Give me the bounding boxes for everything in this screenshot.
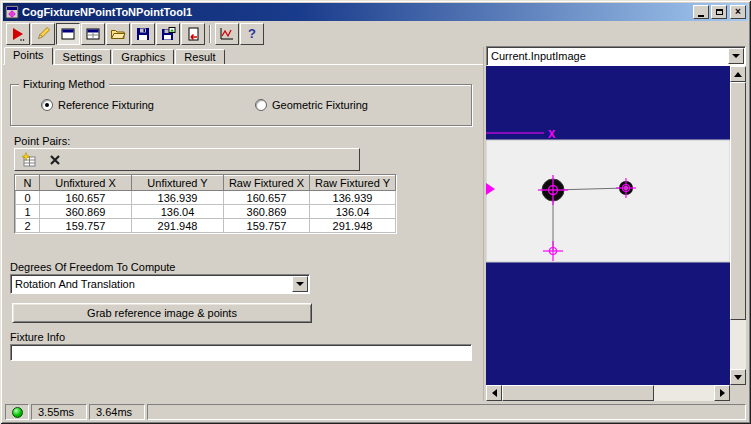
tab-graphics[interactable]: Graphics (112, 49, 174, 65)
arrow-down-icon (734, 375, 742, 380)
lightning-pencil-icon (35, 26, 51, 42)
add-row-icon (21, 152, 37, 168)
run-icon (10, 26, 26, 42)
grid-row[interactable]: 0 160.657 136.939 160.657 136.939 (16, 191, 396, 205)
cell[interactable]: 136.04 (310, 205, 396, 219)
cell[interactable]: 0 (16, 191, 40, 205)
reset-button[interactable] (181, 23, 205, 45)
save-file-button[interactable] (131, 23, 155, 45)
title-bar[interactable]: CogFixtureNPointToNPointTool1 × (3, 3, 748, 21)
floating-window-button[interactable] (56, 23, 80, 45)
image-source-select[interactable]: Current.InputImage (486, 46, 746, 66)
status-time-1: 3.55ms (31, 404, 87, 420)
part-region (486, 140, 730, 262)
grid-row[interactable]: 1 360.869 136.04 360.869 136.04 (16, 205, 396, 219)
cell[interactable]: 136.939 (310, 191, 396, 205)
grab-reference-button[interactable]: Grab reference image & points (12, 303, 312, 323)
radio-reference-fixturing[interactable]: Reference Fixturing (41, 99, 154, 111)
vertical-scroll-thumb[interactable] (730, 82, 746, 320)
tab-page-border (3, 64, 484, 65)
column-header[interactable]: Raw Fixtured X (224, 176, 310, 191)
tab-strip: Points Settings Graphics Result (4, 47, 226, 65)
fixture-info-label: Fixture Info (10, 331, 65, 343)
cell[interactable]: 360.869 (224, 205, 310, 219)
status-time-2: 3.64ms (89, 404, 145, 420)
run-button[interactable] (6, 23, 30, 45)
arrow-left-icon (492, 389, 497, 397)
maximize-button[interactable] (711, 5, 727, 19)
tab-result[interactable]: Result (175, 49, 224, 65)
status-message-panel (147, 404, 746, 420)
group-label: Fixturing Method (19, 78, 109, 90)
image-display[interactable]: X (486, 66, 730, 385)
cell[interactable]: 1 (16, 205, 40, 219)
help-button[interactable]: ? (240, 23, 264, 45)
add-point-button[interactable] (18, 150, 40, 169)
radio-geometric-fixturing[interactable]: Geometric Fixturing (255, 99, 368, 111)
cell[interactable]: 2 (16, 219, 40, 233)
panel-divider (483, 47, 484, 401)
minimize-icon (698, 15, 704, 17)
app-icon (5, 5, 19, 19)
cell[interactable]: 360.869 (40, 205, 132, 219)
column-header[interactable]: N (16, 176, 40, 191)
column-header[interactable]: Unfixtured X (40, 176, 132, 191)
radio-label: Geometric Fixturing (272, 99, 368, 111)
dof-selected-value: Rotation And Translation (11, 275, 291, 293)
cell[interactable]: 159.757 (224, 219, 310, 233)
tab-label: Settings (63, 51, 103, 63)
x-axis-label: X (548, 128, 556, 140)
status-indicator-panel (5, 404, 29, 420)
delete-point-button[interactable] (44, 150, 66, 169)
close-button[interactable]: × (730, 5, 746, 19)
scroll-down-button[interactable] (730, 369, 746, 385)
horizontal-scroll-thumb[interactable] (502, 385, 654, 401)
chevron-down-icon (732, 54, 740, 58)
save-image-button[interactable] (156, 23, 180, 45)
dof-select[interactable]: Rotation And Translation (10, 274, 310, 294)
arrow-up-icon (734, 72, 742, 77)
point-pairs-toolbar (14, 148, 360, 171)
tab-label: Graphics (121, 51, 165, 63)
cell[interactable]: 160.657 (40, 191, 132, 205)
scroll-right-button[interactable] (714, 385, 730, 401)
open-file-button[interactable] (106, 23, 130, 45)
signal-graph-button[interactable] (215, 23, 239, 45)
fixture-info-input[interactable] (10, 344, 472, 361)
tab-settings[interactable]: Settings (54, 49, 112, 65)
window-title: CogFixtureNPointToNPointTool1 (22, 6, 691, 18)
docked-window-button[interactable] (81, 23, 105, 45)
scrollbar-corner (730, 385, 746, 401)
status-green-light-icon (12, 407, 23, 418)
scroll-left-button[interactable] (486, 385, 502, 401)
column-header[interactable]: Raw Fixtured Y (310, 176, 396, 191)
tab-label: Points (13, 49, 44, 61)
cell[interactable]: 291.948 (132, 219, 224, 233)
toolbar-separator (209, 25, 211, 43)
vertical-scrollbar[interactable] (730, 66, 746, 385)
cell[interactable]: 136.939 (132, 191, 224, 205)
grid-row[interactable]: 2 159.757 291.948 159.757 291.948 (16, 219, 396, 233)
scroll-up-button[interactable] (730, 66, 746, 82)
dropdown-button[interactable] (728, 48, 744, 64)
reset-page-icon (185, 26, 201, 42)
fixturing-method-group: Fixturing Method Reference Fixturing Geo… (10, 84, 472, 126)
image-source-value: Current.InputImage (487, 47, 727, 65)
arrow-right-icon (720, 389, 725, 397)
electric-edit-button[interactable] (31, 23, 55, 45)
docked-window-icon (85, 26, 101, 42)
minimize-button[interactable] (693, 5, 709, 19)
column-header[interactable]: Unfixtured Y (132, 176, 224, 191)
point-pairs-label: Point Pairs: (14, 135, 70, 147)
horizontal-scrollbar[interactable] (486, 385, 730, 401)
cell[interactable]: 291.948 (310, 219, 396, 233)
chevron-down-icon (296, 282, 304, 286)
dropdown-button[interactable] (292, 276, 308, 292)
maximize-icon (716, 9, 723, 15)
dof-label: Degrees Of Freedom To Compute (10, 261, 175, 273)
cell[interactable]: 136.04 (132, 205, 224, 219)
floppy-icon (135, 26, 151, 42)
cell[interactable]: 159.757 (40, 219, 132, 233)
cell[interactable]: 160.657 (224, 191, 310, 205)
tab-points[interactable]: Points (4, 47, 53, 65)
